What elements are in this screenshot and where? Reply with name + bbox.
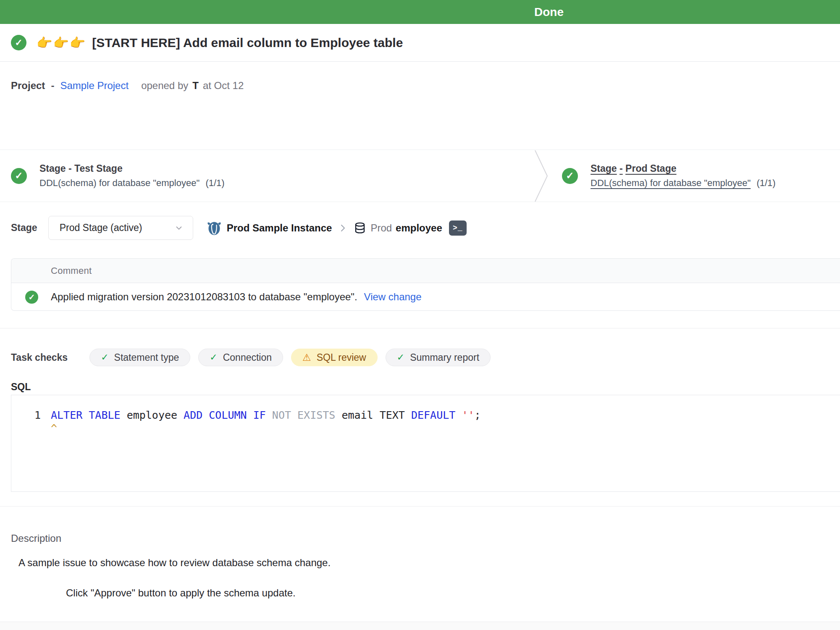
stage-task-text: DDL(schema) for database "employee" (1/1… bbox=[39, 178, 225, 189]
project-dash: - bbox=[51, 80, 54, 92]
instance-name[interactable]: Prod Sample Instance bbox=[227, 222, 332, 234]
task-check-badge[interactable]: ⚠SQL review bbox=[291, 349, 378, 366]
status-banner: Done bbox=[0, 0, 840, 24]
task-check-label: Summary report bbox=[410, 352, 479, 363]
postgresql-icon bbox=[207, 220, 222, 236]
task-checks-row: Task checks ✓Statement type✓Connection⚠S… bbox=[11, 349, 491, 366]
project-link[interactable]: Sample Project bbox=[60, 80, 129, 92]
stage-texts: Stage - Test Stage DDL(schema) for datab… bbox=[39, 163, 225, 189]
project-label: Project bbox=[11, 80, 45, 92]
description-line: Click "Approve" button to apply the sche… bbox=[66, 587, 296, 599]
sql-section-label: SQL bbox=[11, 381, 31, 393]
status-banner-label: Done bbox=[534, 0, 564, 24]
pipeline-stages: Stage - Test Stage DDL(schema) for datab… bbox=[0, 150, 840, 202]
task-check-label: Connection bbox=[223, 352, 272, 363]
stage-selector-label: Stage bbox=[11, 222, 37, 234]
stage-progress: (1/1) bbox=[205, 178, 224, 188]
stage-progress: (1/1) bbox=[756, 178, 775, 188]
footer-strip bbox=[0, 622, 840, 630]
section-divider bbox=[0, 506, 840, 507]
comment-success-check-icon bbox=[25, 291, 38, 304]
check-icon: ✓ bbox=[101, 353, 108, 362]
stage-title: Stage - Test Stage bbox=[39, 163, 225, 174]
sql-editor[interactable]: 1 ALTER TABLE employee ADD COLUMN IF NOT… bbox=[11, 395, 840, 492]
stage-selector-row: Stage Prod Stage (active) Prod Sample In… bbox=[11, 216, 467, 240]
check-icon: ✓ bbox=[397, 353, 404, 362]
chevron-right-icon bbox=[338, 223, 348, 233]
issue-title: 👉👉👉 [START HERE] Add email column to Emp… bbox=[37, 35, 403, 50]
task-check-badge[interactable]: ✓Statement type bbox=[89, 349, 190, 366]
project-row: Project - Sample Project opened by T at … bbox=[11, 80, 244, 95]
sql-caret-line: ^ bbox=[11, 422, 840, 435]
stage-title-link[interactable]: Stage - Prod Stage bbox=[591, 163, 776, 174]
task-check-label: Statement type bbox=[114, 352, 179, 363]
comment-section: Comment Applied migration version 202310… bbox=[11, 258, 840, 311]
stage-texts: Stage - Prod Stage DDL(schema) for datab… bbox=[591, 163, 776, 189]
chevron-down-icon bbox=[174, 223, 184, 233]
environment-label: Prod bbox=[370, 222, 392, 234]
task-check-label: SQL review bbox=[317, 352, 366, 363]
task-checks-label: Task checks bbox=[11, 352, 68, 363]
task-check-badge[interactable]: ✓Connection bbox=[198, 349, 283, 366]
task-check-badge[interactable]: ✓Summary report bbox=[386, 349, 491, 366]
sql-code-line: 1 ALTER TABLE employee ADD COLUMN IF NOT… bbox=[11, 409, 840, 422]
section-divider bbox=[0, 328, 840, 328]
issue-done-check-icon bbox=[11, 35, 26, 50]
sql-warning-caret: ^ bbox=[51, 422, 57, 435]
issue-creator: T bbox=[192, 80, 199, 92]
description-line: A sample issue to showcase how to review… bbox=[18, 557, 331, 569]
database-breadcrumb: Prod Sample Instance Prod employee >_ bbox=[207, 220, 467, 236]
database-name[interactable]: employee bbox=[396, 222, 442, 234]
description-label: Description bbox=[11, 533, 61, 544]
stage-card-prod[interactable]: Stage - Prod Stage DDL(schema) for datab… bbox=[562, 150, 776, 202]
opened-by-text: opened by bbox=[141, 80, 188, 92]
stage-card-test[interactable]: Stage - Test Stage DDL(schema) for datab… bbox=[11, 150, 225, 202]
sql-statement: ALTER TABLE employee ADD COLUMN IF NOT E… bbox=[51, 409, 481, 422]
opened-at-text: at Oct 12 bbox=[203, 80, 244, 92]
stage-task-link[interactable]: DDL(schema) for database "employee" (1/1… bbox=[591, 178, 776, 189]
pointing-emoji: 👉👉👉 bbox=[37, 35, 86, 50]
view-change-link[interactable]: View change bbox=[364, 291, 422, 303]
sql-editor-console-icon[interactable]: >_ bbox=[449, 220, 467, 236]
issue-title-text: [START HERE] Add email column to Employe… bbox=[92, 36, 403, 50]
comment-message: Applied migration version 20231012083103… bbox=[51, 291, 357, 303]
line-number: 1 bbox=[24, 409, 41, 422]
warning-icon: ⚠ bbox=[302, 353, 311, 362]
issue-header: 👉👉👉 [START HERE] Add email column to Emp… bbox=[0, 24, 840, 62]
stage-select-dropdown[interactable]: Prod Stage (active) bbox=[48, 216, 193, 240]
stage-separator-chevron-icon bbox=[534, 150, 549, 202]
database-icon bbox=[354, 222, 366, 234]
issue-detail-page: { "banner": { "status": "Done" }, "issue… bbox=[0, 0, 840, 630]
stage-done-check-icon bbox=[562, 168, 578, 184]
task-check-badges: ✓Statement type✓Connection⚠SQL review✓Su… bbox=[89, 349, 491, 366]
stage-select-value: Prod Stage (active) bbox=[60, 222, 142, 234]
comment-header: Comment bbox=[11, 259, 840, 283]
stage-done-check-icon bbox=[11, 168, 27, 184]
comment-row: Applied migration version 20231012083103… bbox=[11, 283, 840, 311]
check-icon: ✓ bbox=[210, 353, 217, 362]
